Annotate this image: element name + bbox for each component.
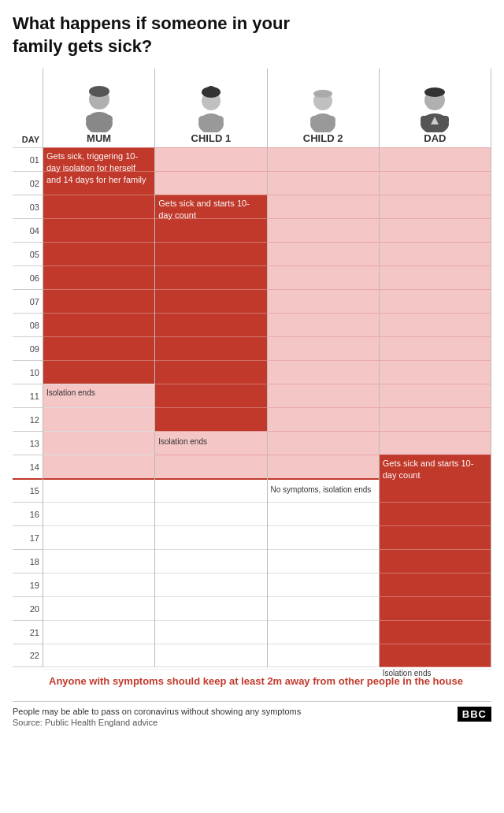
- mum-avatar: [78, 85, 120, 132]
- day-row-09: 09: [13, 336, 43, 360]
- child2-label: CHILD 2: [303, 132, 343, 144]
- child2-column: No symptoms, isolation ends: [267, 147, 379, 667]
- day-row-01: 01: [13, 147, 43, 171]
- day-row-04: 04: [13, 218, 43, 242]
- dad-annotation-text: Gets sick and starts 10-day count: [383, 458, 487, 481]
- dad-avatar: [413, 85, 456, 132]
- page-title: What happens if someone in your family g…: [13, 13, 312, 58]
- svg-rect-12: [310, 116, 335, 124]
- svg-point-10: [313, 90, 332, 98]
- day-row-13: 13: [13, 431, 43, 455]
- svg-rect-3: [86, 115, 113, 123]
- day-row-12: 12: [13, 407, 43, 431]
- footer-source: Source: Public Health England advice: [13, 718, 491, 727]
- svg-rect-8: [198, 116, 224, 124]
- day-row-20: 20: [13, 596, 43, 620]
- day-row-15: 15: [13, 478, 43, 502]
- day-row-19: 19: [13, 573, 43, 596]
- child1-annotation-text: Gets sick and starts 10-day count: [158, 198, 263, 221]
- child1-column: Gets sick and starts 10-day count Isolat…: [154, 147, 266, 667]
- chart-header: DAY MUM: [13, 69, 491, 147]
- day-row-21: 21: [13, 620, 43, 644]
- day-row-05: 05: [13, 242, 43, 265]
- day-row-02: 02: [13, 171, 43, 195]
- day-row-18: 18: [13, 549, 43, 573]
- footer: BBC People may be able to pass on corona…: [13, 701, 491, 727]
- day-row-10: 10: [13, 360, 43, 384]
- mum-isolation-end: Isolation ends: [46, 388, 151, 398]
- footer-note: People may be able to pass on coronaviru…: [13, 707, 491, 716]
- chart-body: 01 02 03 04 05 06 07 08 09 10 11 12 13 1…: [13, 147, 491, 667]
- child1-avatar: [190, 85, 232, 132]
- day-row-07: 07: [13, 289, 43, 313]
- svg-point-6: [207, 86, 215, 94]
- chart-wrapper: DAY MUM: [13, 69, 491, 693]
- day-row-08: 08: [13, 313, 43, 336]
- day-row-16: 16: [13, 502, 43, 525]
- page-container: What happens if someone in your family g…: [13, 13, 491, 727]
- child1-label: CHILD 1: [191, 132, 232, 144]
- mum-column: Gets sick, triggering 10-day isolation f…: [43, 147, 154, 667]
- mum-annotation-text: Gets sick, triggering 10-day isolation f…: [46, 150, 151, 186]
- child2-no-symptoms: No symptoms, isolation ends: [271, 484, 376, 495]
- days-column: 01 02 03 04 05 06 07 08 09 10 11 12 13 1…: [13, 147, 43, 667]
- dad-column: Gets sick and starts 10-day count Isolat…: [379, 147, 491, 667]
- mum-label: MUM: [87, 132, 111, 144]
- svg-point-1: [89, 86, 109, 97]
- child2-avatar: [302, 85, 344, 132]
- svg-point-14: [424, 87, 445, 97]
- dad-label: DAD: [424, 132, 446, 144]
- dad-isolation-end: Isolation ends: [383, 669, 487, 678]
- day-col-header: DAY: [22, 135, 39, 144]
- day-row-22: 22: [13, 644, 43, 667]
- bbc-logo: BBC: [458, 707, 491, 722]
- day-row-11: 11: [13, 384, 43, 407]
- day-row-17: 17: [13, 525, 43, 549]
- day-row-14: 14: [13, 455, 43, 478]
- day-row-03: 03: [13, 195, 43, 218]
- day-row-06: 06: [13, 265, 43, 289]
- child1-isolation-end: Isolation ends: [158, 437, 263, 446]
